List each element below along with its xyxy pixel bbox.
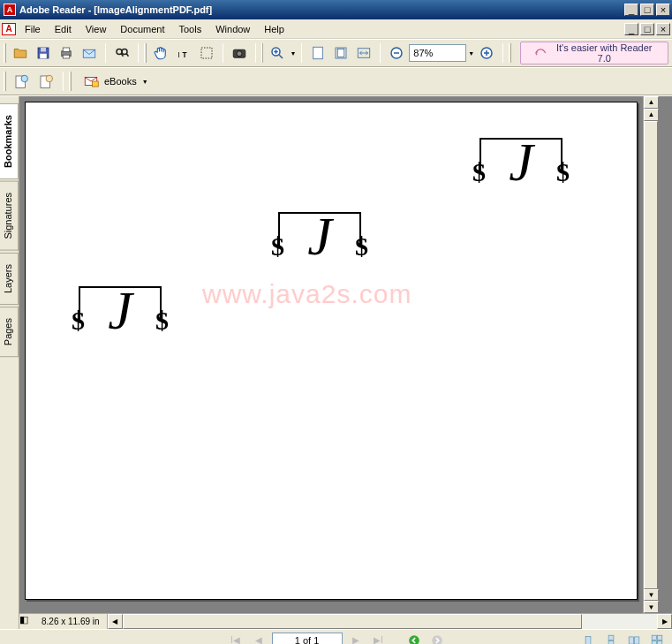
zoom-in-button[interactable]: [267, 42, 288, 64]
actual-size-button[interactable]: [307, 42, 328, 64]
scroll-down-arrow-icon[interactable]: ▼: [644, 589, 659, 602]
toolbar-grip[interactable]: [69, 72, 72, 91]
menu-tools[interactable]: Tools: [172, 21, 209, 37]
menu-document[interactable]: Document: [113, 21, 171, 37]
svg-text:I: I: [177, 51, 179, 59]
menu-window[interactable]: Window: [208, 21, 257, 37]
review-comment-button[interactable]: [10, 70, 33, 93]
menu-file[interactable]: File: [18, 21, 48, 37]
scroll-right-arrow-icon[interactable]: ▶: [657, 614, 672, 629]
doc-handle-icon[interactable]: ◧: [19, 614, 34, 629]
svg-point-24: [46, 75, 53, 82]
print-button[interactable]: [56, 42, 77, 64]
svg-rect-34: [652, 635, 656, 640]
toolbar-separator: [502, 43, 503, 63]
svg-point-7: [117, 49, 122, 55]
next-view-button[interactable]: [427, 632, 447, 645]
sidebar-tab-bookmarks[interactable]: Bookmarks: [0, 103, 19, 179]
snapshot-button[interactable]: [229, 42, 250, 64]
horizontal-scrollbar[interactable]: ◀ ▶: [108, 614, 672, 629]
svg-rect-31: [608, 640, 614, 644]
doc-app-icon: A: [2, 23, 16, 35]
ebooks-icon: [83, 73, 99, 89]
scroll-up-arrow-icon[interactable]: ▲: [644, 109, 659, 121]
document-viewport[interactable]: www.java2s.com $$J$$J$$J ▲ ▲ ▼ ▼: [19, 96, 672, 613]
toolbar-separator: [301, 43, 302, 63]
scroll-thumb[interactable]: [123, 614, 582, 629]
menu-help[interactable]: Help: [257, 21, 291, 37]
toolbar-grip[interactable]: [4, 43, 6, 63]
svg-rect-37: [658, 640, 662, 644]
zoom-plus-button[interactable]: [476, 42, 497, 64]
fit-width-button[interactable]: [353, 42, 374, 64]
prev-page-button[interactable]: ◀: [249, 632, 268, 645]
scroll-up-arrow-icon[interactable]: ▲: [644, 96, 659, 109]
horizontal-scroll-row: ◧ 8.26 x 11.69 in ◀ ▶: [19, 613, 672, 629]
first-page-button[interactable]: I◀: [226, 632, 245, 645]
ebooks-button[interactable]: eBooks ▼: [75, 71, 156, 92]
text-select-button[interactable]: IT: [173, 42, 194, 64]
single-page-view-button[interactable]: [578, 632, 598, 645]
sidebar-tab-pages[interactable]: Pages: [0, 307, 19, 357]
promo-text: It's easier with Reader 7.0: [553, 42, 655, 64]
review-comment-button-2[interactable]: [34, 70, 57, 93]
toolbar-secondary: eBooks ▼: [0, 67, 672, 95]
save-button[interactable]: [33, 42, 54, 64]
scroll-track[interactable]: [123, 614, 657, 629]
doc-restore-button[interactable]: □: [640, 23, 654, 35]
zoom-level-input[interactable]: 87%: [409, 44, 466, 62]
scroll-thumb[interactable]: [644, 121, 658, 589]
svg-rect-15: [313, 47, 323, 59]
scroll-track[interactable]: [644, 121, 658, 589]
svg-rect-17: [338, 49, 345, 57]
svg-rect-32: [629, 636, 633, 643]
prev-view-button[interactable]: [404, 632, 424, 645]
sidebar-tab-layers[interactable]: Layers: [0, 253, 19, 305]
minimize-button[interactable]: _: [624, 4, 638, 16]
window-controls: _ □ ×: [624, 4, 670, 16]
toolbar-main: IT ▼ 87% ▼ It's easier with Reader 7.0: [0, 39, 672, 67]
zoom-level-dropdown-icon[interactable]: ▼: [468, 50, 474, 57]
toolbar-grip[interactable]: [144, 43, 147, 63]
svg-point-22: [21, 75, 28, 82]
workspace: Bookmarks Signatures Layers Pages www.ja…: [0, 95, 672, 629]
scroll-down-arrow-icon[interactable]: ▼: [644, 601, 659, 613]
select-image-button[interactable]: [196, 42, 217, 64]
zoom-dropdown-icon[interactable]: ▼: [290, 50, 296, 57]
toolbar-separator: [105, 43, 106, 63]
svg-rect-26: [93, 81, 99, 87]
fit-page-button[interactable]: [330, 42, 351, 64]
svg-point-8: [122, 49, 127, 55]
next-page-button[interactable]: ▶: [346, 632, 366, 645]
page-canvas: www.java2s.com $$J$$J$$J: [25, 102, 638, 600]
promo-banner[interactable]: It's easier with Reader 7.0: [520, 42, 668, 64]
svg-rect-5: [63, 55, 70, 58]
page-number-field[interactable]: 1 of 1: [272, 633, 343, 645]
search-button[interactable]: [111, 42, 132, 64]
hand-tool-button[interactable]: [150, 42, 171, 64]
continuous-view-button[interactable]: [601, 632, 621, 645]
open-button[interactable]: [10, 42, 31, 64]
menubar: A File Edit View Document Tools Window H…: [0, 19, 672, 39]
menu-edit[interactable]: Edit: [48, 21, 79, 37]
menu-view[interactable]: View: [79, 21, 114, 37]
last-page-button[interactable]: ▶I: [369, 632, 389, 645]
scroll-left-arrow-icon[interactable]: ◀: [108, 614, 123, 629]
facing-view-button[interactable]: [624, 632, 644, 645]
toolbar-grip[interactable]: [4, 72, 6, 91]
vertical-scrollbar[interactable]: ▲ ▲ ▼ ▼: [643, 96, 658, 613]
toolbar-grip[interactable]: [509, 43, 511, 63]
doc-minimize-button[interactable]: _: [624, 23, 638, 35]
continuous-facing-view-button[interactable]: [647, 632, 667, 645]
sidebar-tab-signatures[interactable]: Signatures: [0, 181, 19, 251]
document-area: www.java2s.com $$J$$J$$J ▲ ▲ ▼ ▼ ◧ 8.26 …: [19, 96, 672, 629]
doc-close-button[interactable]: ×: [656, 23, 670, 35]
toolbar-grip[interactable]: [261, 43, 264, 63]
zoom-out-button[interactable]: [386, 42, 407, 64]
svg-rect-4: [63, 48, 70, 52]
document-glyph: $$J: [79, 286, 162, 348]
email-button[interactable]: [79, 42, 100, 64]
close-button[interactable]: ×: [656, 4, 670, 16]
svg-text:T: T: [182, 51, 186, 59]
maximize-button[interactable]: □: [640, 4, 654, 16]
